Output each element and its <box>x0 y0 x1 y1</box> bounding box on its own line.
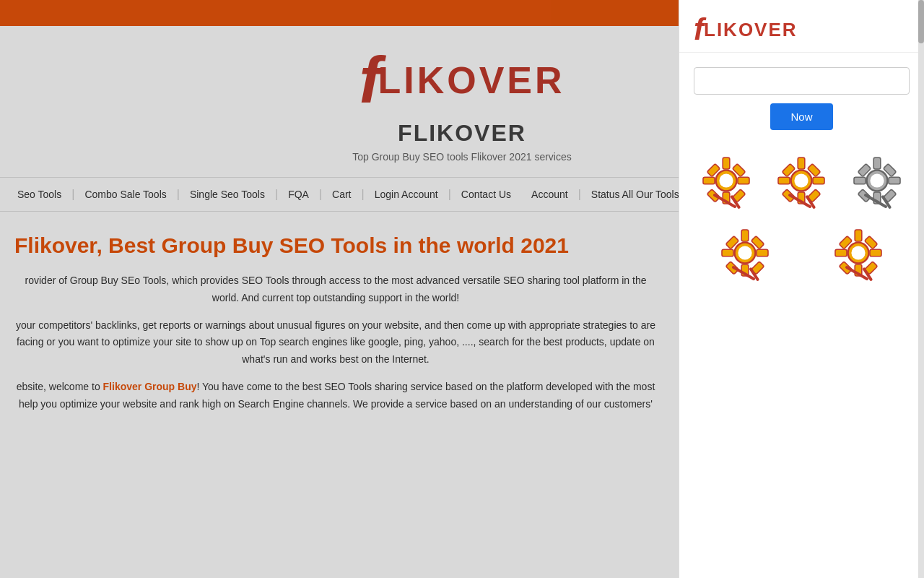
gear-icon-4 <box>694 224 797 282</box>
svg-point-45 <box>738 246 752 259</box>
svg-rect-51 <box>835 249 847 256</box>
gear-icon-2 <box>769 152 834 210</box>
svg-rect-16 <box>813 177 824 184</box>
svg-rect-25 <box>873 158 881 169</box>
svg-rect-37 <box>741 230 749 241</box>
svg-rect-49 <box>855 230 862 241</box>
scrollbar-thumb[interactable] <box>918 0 924 43</box>
svg-rect-4 <box>738 177 749 184</box>
svg-point-21 <box>795 173 808 187</box>
modal-now-button[interactable]: Now <box>770 103 832 130</box>
gear-icon-5 <box>807 224 910 282</box>
svg-rect-52 <box>870 249 881 256</box>
modal-panel: f LIKOVER Now <box>679 0 924 445</box>
modal-header: f LIKOVER <box>679 0 924 53</box>
svg-rect-27 <box>854 177 866 184</box>
svg-rect-15 <box>778 177 790 184</box>
svg-rect-40 <box>757 249 768 256</box>
modal-body: Now <box>679 53 924 445</box>
modal-logo: f LIKOVER <box>694 14 910 45</box>
svg-rect-28 <box>889 177 900 184</box>
modal-icons-top <box>694 144 910 217</box>
gear-icon-1 <box>694 152 759 210</box>
scrollbar[interactable] <box>918 0 924 445</box>
svg-rect-13 <box>798 158 806 169</box>
svg-point-33 <box>870 173 884 187</box>
modal-icons-bottom <box>694 217 910 289</box>
svg-rect-39 <box>722 249 733 256</box>
modal-logo-rest: LIKOVER <box>704 19 798 41</box>
svg-rect-1 <box>723 158 730 169</box>
svg-point-57 <box>851 246 865 259</box>
svg-point-9 <box>720 173 733 187</box>
svg-rect-3 <box>703 177 715 184</box>
modal-logo-f: f <box>694 14 704 45</box>
modal-search-input[interactable] <box>694 67 910 95</box>
gear-icon-3 <box>845 152 910 210</box>
